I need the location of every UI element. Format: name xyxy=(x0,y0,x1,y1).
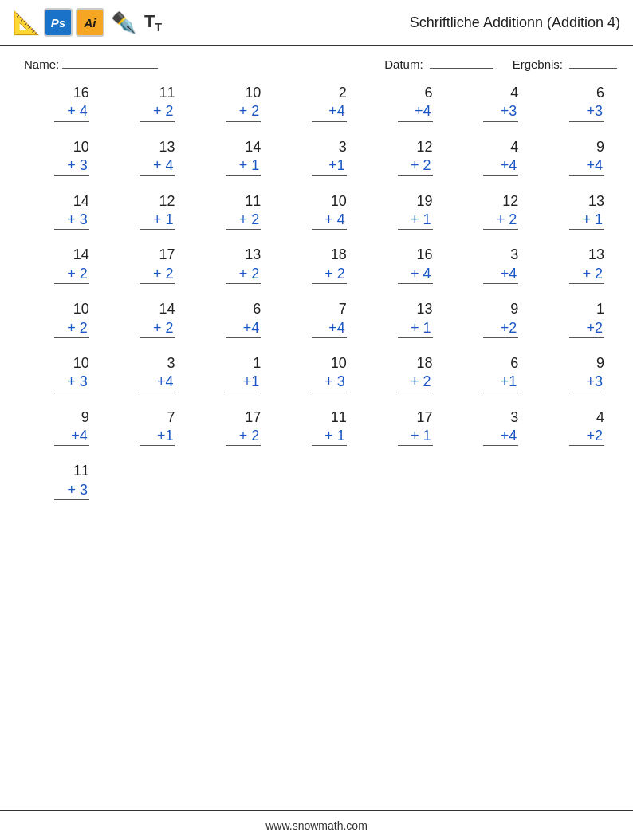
problem-0-6: 6+3 xyxy=(531,84,617,122)
problem-bottom-2-4: + 1 xyxy=(398,211,433,230)
problem-bottom-4-6: +2 xyxy=(569,319,604,338)
problem-top-0-4: 6 xyxy=(425,84,433,102)
problem-2-5: 12+ 2 xyxy=(446,192,532,231)
footer: www.snowmath.com xyxy=(0,810,633,840)
problem-top-3-2: 13 xyxy=(245,246,261,264)
problem-2-3: 10+ 4 xyxy=(273,192,360,231)
problem-bottom-6-1: +1 xyxy=(140,427,175,446)
problem-bottom-7-0: + 3 xyxy=(54,481,89,500)
problem-4-1: 14+ 2 xyxy=(102,300,188,338)
problem-bottom-4-5: +2 xyxy=(483,319,518,338)
problem-top-6-2: 17 xyxy=(245,408,261,427)
problem-bottom-0-5: +3 xyxy=(483,102,518,121)
problem-top-7-0: 11 xyxy=(73,462,89,480)
problem-top-0-6: 6 xyxy=(596,84,604,102)
problem-top-2-5: 12 xyxy=(502,192,518,211)
problem-6-6: 4+2 xyxy=(531,408,617,447)
problem-top-3-5: 3 xyxy=(510,246,518,264)
problem-top-5-5: 6 xyxy=(510,354,518,373)
problem-bottom-0-0: + 4 xyxy=(54,102,89,121)
problem-bottom-3-2: + 2 xyxy=(226,265,261,284)
problem-bottom-2-5: + 2 xyxy=(483,211,518,230)
problem-bottom-6-3: + 1 xyxy=(312,427,347,446)
problem-6-0: 9+4 xyxy=(16,408,102,447)
problem-top-5-2: 1 xyxy=(253,354,261,373)
problem-2-0: 14+ 3 xyxy=(16,192,102,231)
problem-top-5-3: 10 xyxy=(331,354,347,373)
problem-4-4: 13+ 1 xyxy=(360,300,446,338)
problem-top-5-0: 10 xyxy=(73,354,89,373)
ps-icon: Ps xyxy=(44,8,73,37)
problems-area: 16+ 411+ 210+ 22+46+44+36+310+ 313+ 414+… xyxy=(0,76,633,500)
problem-row-4: 10+ 214+ 26+47+413+ 19+21+2 xyxy=(16,300,617,338)
problem-0-2: 10+ 2 xyxy=(187,84,273,122)
page-title: Schriftliche Additionn (Addition 4) xyxy=(410,14,620,31)
problem-top-4-1: 14 xyxy=(159,300,175,318)
problem-2-6: 13+ 1 xyxy=(531,192,617,231)
datum-section: Datum: xyxy=(384,57,493,71)
problem-5-0: 10+ 3 xyxy=(16,354,102,392)
problem-top-1-2: 14 xyxy=(245,138,261,156)
problem-bottom-3-1: + 2 xyxy=(140,265,175,284)
problem-top-0-2: 10 xyxy=(245,84,261,102)
problem-bottom-5-1: +4 xyxy=(140,373,175,392)
problem-2-2: 11+ 2 xyxy=(187,192,273,231)
problem-top-3-6: 13 xyxy=(588,246,604,264)
problem-top-6-0: 9 xyxy=(81,408,89,427)
problem-top-0-3: 2 xyxy=(339,84,347,102)
problem-row-6: 9+47+117+ 211+ 117+ 13+44+2 xyxy=(16,408,617,447)
problem-bottom-1-1: + 4 xyxy=(140,156,175,175)
problem-top-1-6: 9 xyxy=(596,138,604,156)
problem-bottom-2-2: + 2 xyxy=(226,211,261,230)
problem-top-4-0: 10 xyxy=(73,300,89,318)
problem-0-1: 11+ 2 xyxy=(102,84,188,122)
problem-bottom-4-0: + 2 xyxy=(54,319,89,338)
name-input-line xyxy=(62,68,158,69)
problem-bottom-5-0: + 3 xyxy=(54,373,89,392)
problem-bottom-6-5: +4 xyxy=(483,427,518,446)
problem-bottom-1-2: + 1 xyxy=(226,156,261,175)
problem-row-5: 10+ 33+41+110+ 318+ 26+19+3 xyxy=(16,354,617,392)
problem-top-4-5: 9 xyxy=(510,300,518,318)
ergebnis-input-line xyxy=(569,68,617,69)
problem-top-3-3: 18 xyxy=(331,246,347,264)
problem-bottom-3-5: +4 xyxy=(483,265,518,284)
problem-top-2-3: 10 xyxy=(331,192,347,211)
problem-bottom-5-3: + 3 xyxy=(312,373,347,392)
problem-4-5: 9+2 xyxy=(446,300,532,338)
problem-1-0: 10+ 3 xyxy=(16,138,102,176)
problem-row-0: 16+ 411+ 210+ 22+46+44+36+3 xyxy=(16,84,617,122)
problem-bottom-3-3: + 2 xyxy=(312,265,347,284)
problem-bottom-5-5: +1 xyxy=(483,373,518,392)
problem-3-0: 14+ 2 xyxy=(16,246,102,284)
pen-icon: ✒️ xyxy=(111,10,136,35)
problem-top-0-0: 16 xyxy=(73,84,89,102)
problem-1-6: 9+4 xyxy=(531,138,617,176)
problem-top-6-3: 11 xyxy=(331,408,347,427)
problem-top-1-1: 13 xyxy=(159,138,175,156)
problem-5-4: 18+ 2 xyxy=(360,354,446,392)
problem-bottom-1-5: +4 xyxy=(483,156,518,175)
problem-3-5: 3+4 xyxy=(446,246,532,284)
problem-0-0: 16+ 4 xyxy=(16,84,102,122)
ai-icon: Ai xyxy=(76,8,104,37)
problem-bottom-0-4: +4 xyxy=(398,102,433,121)
problem-5-1: 3+4 xyxy=(102,354,188,392)
problem-6-4: 17+ 1 xyxy=(360,408,446,447)
problem-bottom-6-4: + 1 xyxy=(398,427,433,446)
problem-top-4-4: 13 xyxy=(417,300,433,318)
problem-0-4: 6+4 xyxy=(360,84,446,122)
problem-1-5: 4+4 xyxy=(446,138,532,176)
problem-2-1: 12+ 1 xyxy=(102,192,188,231)
problem-top-6-4: 17 xyxy=(417,408,433,427)
problem-bottom-3-6: + 2 xyxy=(569,265,604,284)
problem-row-7: 11+ 3 xyxy=(16,462,617,500)
problem-top-4-2: 6 xyxy=(253,300,261,318)
problem-6-3: 11+ 1 xyxy=(273,408,360,447)
problem-4-2: 6+4 xyxy=(187,300,273,338)
problem-3-3: 18+ 2 xyxy=(273,246,360,284)
problem-top-6-5: 3 xyxy=(510,408,518,427)
problem-top-1-3: 3 xyxy=(339,138,347,156)
problem-top-4-3: 7 xyxy=(339,300,347,318)
problem-bottom-3-0: + 2 xyxy=(54,265,89,284)
